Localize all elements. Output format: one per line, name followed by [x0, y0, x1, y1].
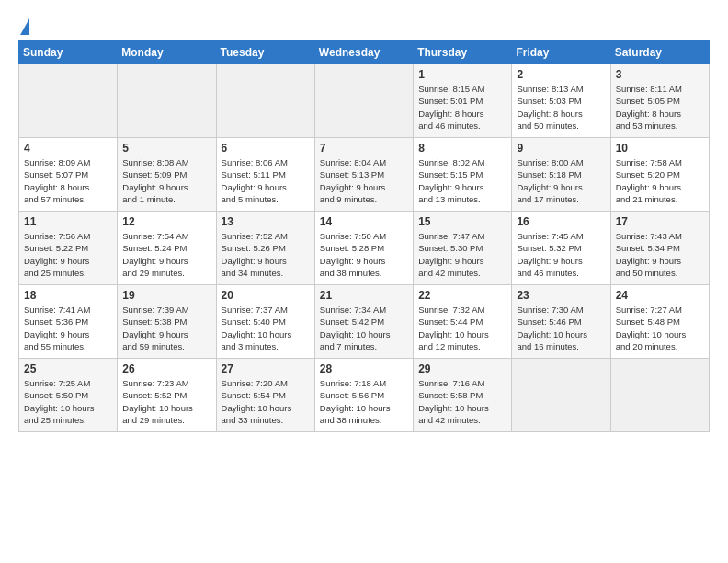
day-number: 19 — [122, 289, 210, 302]
day-number: 18 — [24, 289, 112, 302]
day-info: Sunrise: 7:45 AM Sunset: 5:32 PM Dayligh… — [517, 230, 605, 279]
calendar-day-cell: 21Sunrise: 7:34 AM Sunset: 5:42 PM Dayli… — [314, 285, 413, 359]
day-info: Sunrise: 8:06 AM Sunset: 5:11 PM Dayligh… — [222, 156, 310, 205]
day-info: Sunrise: 7:34 AM Sunset: 5:42 PM Dayligh… — [320, 304, 408, 352]
day-info: Sunrise: 7:27 AM Sunset: 5:48 PM Dayligh… — [616, 304, 704, 352]
calendar-day-cell: 10Sunrise: 7:58 AM Sunset: 5:20 PM Dayli… — [610, 138, 709, 212]
day-number: 12 — [122, 215, 210, 228]
day-number: 7 — [320, 142, 408, 155]
day-info: Sunrise: 7:56 AM Sunset: 5:22 PM Dayligh… — [24, 230, 112, 279]
day-number: 15 — [418, 215, 506, 228]
calendar-day-cell: 13Sunrise: 7:52 AM Sunset: 5:26 PM Dayli… — [216, 212, 314, 285]
day-info: Sunrise: 7:37 AM Sunset: 5:40 PM Dayligh… — [222, 304, 310, 352]
day-number: 27 — [222, 362, 310, 375]
day-number: 10 — [616, 142, 704, 155]
calendar-day-cell: 4Sunrise: 8:09 AM Sunset: 5:07 PM Daylig… — [19, 138, 118, 212]
calendar-header-row: SundayMondayTuesdayWednesdayThursdayFrid… — [19, 41, 710, 64]
calendar-day-cell — [610, 359, 709, 432]
day-info: Sunrise: 7:18 AM Sunset: 5:56 PM Dayligh… — [320, 377, 408, 426]
calendar-day-cell: 9Sunrise: 8:00 AM Sunset: 5:18 PM Daylig… — [512, 138, 610, 212]
day-info: Sunrise: 7:50 AM Sunset: 5:28 PM Dayligh… — [320, 230, 408, 279]
day-number: 8 — [418, 142, 506, 155]
day-number: 3 — [616, 68, 704, 81]
day-number: 9 — [517, 142, 605, 155]
day-info: Sunrise: 8:13 AM Sunset: 5:03 PM Dayligh… — [517, 83, 605, 132]
day-number: 6 — [222, 142, 310, 155]
day-number: 16 — [517, 215, 605, 228]
calendar-day-cell: 19Sunrise: 7:39 AM Sunset: 5:38 PM Dayli… — [118, 285, 216, 359]
calendar-day-cell: 1Sunrise: 8:15 AM Sunset: 5:01 PM Daylig… — [414, 64, 512, 138]
day-number: 5 — [122, 142, 210, 155]
calendar-header-monday: Monday — [118, 41, 216, 64]
day-number: 17 — [616, 215, 704, 228]
calendar-table: SundayMondayTuesdayWednesdayThursdayFrid… — [18, 40, 710, 432]
day-info: Sunrise: 8:00 AM Sunset: 5:18 PM Dayligh… — [517, 156, 605, 205]
day-number: 29 — [418, 362, 506, 375]
calendar-day-cell: 25Sunrise: 7:25 AM Sunset: 5:50 PM Dayli… — [19, 359, 118, 432]
day-number: 26 — [122, 362, 210, 375]
calendar-header-saturday: Saturday — [610, 41, 709, 64]
day-info: Sunrise: 7:23 AM Sunset: 5:52 PM Dayligh… — [122, 377, 210, 426]
calendar-day-cell: 23Sunrise: 7:30 AM Sunset: 5:46 PM Dayli… — [512, 285, 610, 359]
calendar-day-cell: 11Sunrise: 7:56 AM Sunset: 5:22 PM Dayli… — [19, 212, 118, 285]
calendar-day-cell: 22Sunrise: 7:32 AM Sunset: 5:44 PM Dayli… — [414, 285, 512, 359]
calendar-week-row: 1Sunrise: 8:15 AM Sunset: 5:01 PM Daylig… — [19, 64, 710, 138]
calendar-day-cell: 18Sunrise: 7:41 AM Sunset: 5:36 PM Dayli… — [19, 285, 118, 359]
calendar-week-row: 18Sunrise: 7:41 AM Sunset: 5:36 PM Dayli… — [19, 285, 710, 359]
calendar-day-cell — [19, 64, 118, 138]
day-info: Sunrise: 7:39 AM Sunset: 5:38 PM Dayligh… — [122, 304, 210, 352]
day-info: Sunrise: 7:32 AM Sunset: 5:44 PM Dayligh… — [418, 304, 506, 352]
calendar-day-cell: 8Sunrise: 8:02 AM Sunset: 5:15 PM Daylig… — [414, 138, 512, 212]
calendar-day-cell: 17Sunrise: 7:43 AM Sunset: 5:34 PM Dayli… — [610, 212, 709, 285]
calendar-week-row: 4Sunrise: 8:09 AM Sunset: 5:07 PM Daylig… — [19, 138, 710, 212]
day-info: Sunrise: 7:54 AM Sunset: 5:24 PM Dayligh… — [122, 230, 210, 279]
calendar-day-cell: 14Sunrise: 7:50 AM Sunset: 5:28 PM Dayli… — [314, 212, 413, 285]
calendar-header-wednesday: Wednesday — [314, 41, 413, 64]
day-number: 4 — [24, 142, 112, 155]
day-number: 22 — [418, 289, 506, 302]
page-header — [18, 15, 710, 35]
day-info: Sunrise: 7:25 AM Sunset: 5:50 PM Dayligh… — [24, 377, 112, 426]
day-info: Sunrise: 8:15 AM Sunset: 5:01 PM Dayligh… — [418, 83, 506, 132]
calendar-header-tuesday: Tuesday — [216, 41, 314, 64]
day-number: 1 — [418, 68, 506, 81]
calendar-week-row: 11Sunrise: 7:56 AM Sunset: 5:22 PM Dayli… — [19, 212, 710, 285]
day-info: Sunrise: 7:16 AM Sunset: 5:58 PM Dayligh… — [418, 377, 506, 426]
day-info: Sunrise: 8:11 AM Sunset: 5:05 PM Dayligh… — [616, 83, 704, 132]
calendar-day-cell — [512, 359, 610, 432]
calendar-day-cell: 7Sunrise: 8:04 AM Sunset: 5:13 PM Daylig… — [314, 138, 413, 212]
day-number: 24 — [616, 289, 704, 302]
calendar-day-cell: 29Sunrise: 7:16 AM Sunset: 5:58 PM Dayli… — [414, 359, 512, 432]
day-info: Sunrise: 7:20 AM Sunset: 5:54 PM Dayligh… — [222, 377, 310, 426]
calendar-day-cell: 6Sunrise: 8:06 AM Sunset: 5:11 PM Daylig… — [216, 138, 314, 212]
day-info: Sunrise: 8:09 AM Sunset: 5:07 PM Dayligh… — [24, 156, 112, 205]
logo — [18, 18, 29, 35]
calendar-day-cell: 12Sunrise: 7:54 AM Sunset: 5:24 PM Dayli… — [118, 212, 216, 285]
calendar-week-row: 25Sunrise: 7:25 AM Sunset: 5:50 PM Dayli… — [19, 359, 710, 432]
calendar-day-cell — [314, 64, 413, 138]
day-info: Sunrise: 7:52 AM Sunset: 5:26 PM Dayligh… — [222, 230, 310, 279]
day-info: Sunrise: 7:58 AM Sunset: 5:20 PM Dayligh… — [616, 156, 704, 205]
calendar-day-cell: 2Sunrise: 8:13 AM Sunset: 5:03 PM Daylig… — [512, 64, 610, 138]
calendar-day-cell: 5Sunrise: 8:08 AM Sunset: 5:09 PM Daylig… — [118, 138, 216, 212]
day-number: 23 — [517, 289, 605, 302]
calendar-header-friday: Friday — [512, 41, 610, 64]
day-info: Sunrise: 8:02 AM Sunset: 5:15 PM Dayligh… — [418, 156, 506, 205]
calendar-header-thursday: Thursday — [414, 41, 512, 64]
calendar-day-cell — [118, 64, 216, 138]
calendar-day-cell: 15Sunrise: 7:47 AM Sunset: 5:30 PM Dayli… — [414, 212, 512, 285]
day-info: Sunrise: 8:08 AM Sunset: 5:09 PM Dayligh… — [122, 156, 210, 205]
calendar-day-cell: 24Sunrise: 7:27 AM Sunset: 5:48 PM Dayli… — [610, 285, 709, 359]
day-number: 28 — [320, 362, 408, 375]
logo-triangle-icon — [20, 18, 29, 35]
calendar-day-cell: 20Sunrise: 7:37 AM Sunset: 5:40 PM Dayli… — [216, 285, 314, 359]
day-number: 2 — [517, 68, 605, 81]
day-number: 13 — [222, 215, 310, 228]
day-info: Sunrise: 7:47 AM Sunset: 5:30 PM Dayligh… — [418, 230, 506, 279]
day-info: Sunrise: 8:04 AM Sunset: 5:13 PM Dayligh… — [320, 156, 408, 205]
day-number: 11 — [24, 215, 112, 228]
calendar-day-cell: 3Sunrise: 8:11 AM Sunset: 5:05 PM Daylig… — [610, 64, 709, 138]
day-info: Sunrise: 7:30 AM Sunset: 5:46 PM Dayligh… — [517, 304, 605, 352]
calendar-day-cell: 16Sunrise: 7:45 AM Sunset: 5:32 PM Dayli… — [512, 212, 610, 285]
calendar-day-cell: 28Sunrise: 7:18 AM Sunset: 5:56 PM Dayli… — [314, 359, 413, 432]
